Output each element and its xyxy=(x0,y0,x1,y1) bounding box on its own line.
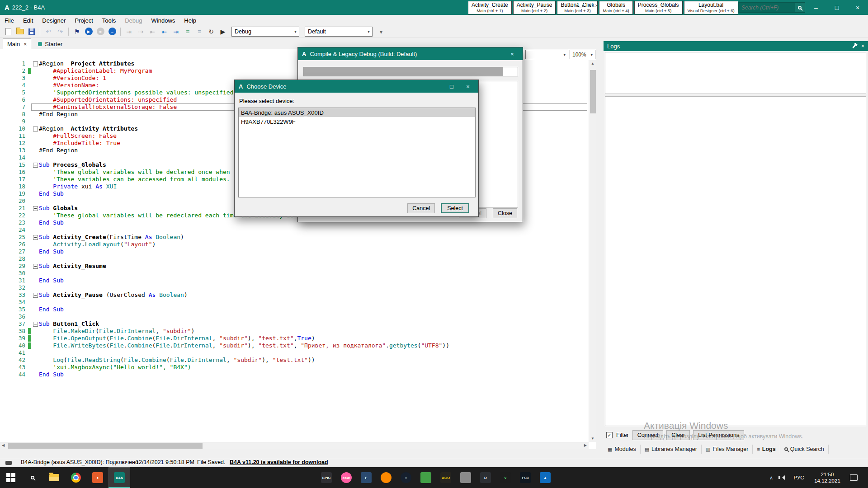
step-into-icon[interactable]: ⇥ xyxy=(123,27,134,37)
compile-run-icon[interactable]: ▶ xyxy=(217,27,228,37)
menu-project[interactable]: Project xyxy=(70,17,97,24)
fold-toggle-icon[interactable] xyxy=(33,206,38,211)
code-line[interactable]: 28 xyxy=(0,255,589,263)
fold-toggle-icon[interactable] xyxy=(33,264,38,269)
panel-tab-libraries-manager[interactable]: ▤Libraries Manager xyxy=(641,445,702,454)
language-indicator[interactable]: РУС xyxy=(790,467,807,488)
outdent-icon[interactable]: ⇤ xyxy=(159,27,170,37)
code-line[interactable]: 44End Sub xyxy=(0,371,589,378)
select-button[interactable]: Select xyxy=(441,203,469,213)
code-line[interactable]: 41 xyxy=(0,349,589,357)
menu-edit[interactable]: Edit xyxy=(19,17,38,24)
quick-access-activity-create[interactable]: Activity_CreateMain (ctrl + 1) xyxy=(468,1,512,14)
code-line[interactable]: 29Sub Activity_Resume xyxy=(0,263,589,270)
code-line[interactable]: 39 File.OpenOutput(File.Combine(File.Dir… xyxy=(0,335,589,342)
code-line[interactable]: 33Sub Activity_Pause (UserClosed As Bool… xyxy=(0,291,589,299)
tab-scroll-left-icon[interactable]: ◂ xyxy=(576,3,578,9)
quick-access-layout-bal[interactable]: Layout.balVisual Designer (ctrl + 6) xyxy=(684,1,738,14)
choose-device-maximize-icon[interactable]: □ xyxy=(445,83,458,90)
code-line[interactable]: 37Sub Button1_Click xyxy=(0,320,589,328)
taskbar-firefox[interactable] xyxy=(376,467,396,488)
vertical-scrollbar[interactable]: ▲ ▼ xyxy=(589,60,596,442)
filter-checkbox[interactable]: ✓ xyxy=(606,432,613,438)
connect-button[interactable]: Connect xyxy=(632,430,664,440)
tab-close-icon[interactable]: × xyxy=(595,3,598,9)
close-button[interactable]: × xyxy=(847,0,868,15)
fold-toggle-icon[interactable] xyxy=(33,163,38,168)
bookmark-icon[interactable]: ⚑ xyxy=(71,27,82,37)
zoom-combo[interactable]: 100% xyxy=(570,50,595,59)
quick-access-process-globals[interactable]: Process_GlobalsMain (ctrl + 5) xyxy=(634,1,683,14)
minimize-button[interactable]: – xyxy=(806,0,826,15)
scroll-right-icon[interactable]: ▶ xyxy=(584,443,587,447)
comment-icon[interactable]: ≡ xyxy=(182,27,193,37)
scroll-left-icon[interactable]: ◀ xyxy=(2,443,5,447)
tab-main[interactable]: Main× xyxy=(3,38,31,49)
step-out-icon[interactable]: ⇤ xyxy=(147,27,158,37)
taskbar-fc3[interactable]: FC3 xyxy=(515,467,535,488)
indent-icon[interactable]: ⇥ xyxy=(170,27,181,37)
scroll-down-icon[interactable]: ▼ xyxy=(589,436,596,441)
redo-icon[interactable]: ↷ xyxy=(55,27,66,37)
taskbar-ago[interactable]: AGO xyxy=(436,467,456,488)
menu-windows[interactable]: Windows xyxy=(147,17,180,24)
menu-designer[interactable]: Designer xyxy=(38,17,70,24)
start-button[interactable] xyxy=(0,467,22,488)
taskbar-media-app[interactable]: ● xyxy=(87,467,108,488)
menu-help[interactable]: Help xyxy=(179,17,201,24)
taskbar-discord[interactable]: D xyxy=(476,467,495,488)
tab-scroll-right-icon[interactable]: ▸ xyxy=(582,3,585,9)
update-download-link[interactable]: B4A v11.20 is available for download xyxy=(230,459,328,465)
code-line[interactable]: 43 'xui.MsgboxAsync("Hello world!", "B4X… xyxy=(0,364,589,371)
new-file-icon[interactable] xyxy=(3,27,14,37)
code-line[interactable]: 34 xyxy=(0,299,589,306)
quick-access-activity-pause[interactable]: Activity_PauseMain (ctrl + 2) xyxy=(513,1,556,14)
taskbar-gray-app[interactable] xyxy=(456,467,476,488)
fold-toggle-icon[interactable] xyxy=(33,293,38,298)
code-line[interactable]: 40 File.WriteBytes(File.Combine(File.Dir… xyxy=(0,342,589,349)
code-line[interactable]: 31End Sub xyxy=(0,277,589,284)
panel-tab-quick-search[interactable]: Quick Search xyxy=(780,445,829,454)
taskbar-osu[interactable]: osu! xyxy=(336,467,356,488)
code-line[interactable]: 26 Activity.LoadLayout("Layout") xyxy=(0,241,589,248)
logs-close-icon[interactable]: × xyxy=(861,43,864,49)
code-line[interactable]: 32 xyxy=(0,284,589,291)
taskbar-blue-app[interactable]: ▲ xyxy=(535,467,555,488)
maximize-button[interactable]: □ xyxy=(826,0,847,15)
log-output-top[interactable] xyxy=(605,52,866,94)
horizontal-scroll-thumb[interactable] xyxy=(8,443,203,449)
open-project-icon[interactable] xyxy=(14,27,25,37)
code-line[interactable]: 38 File.MakeDir(File.DirInternal, "subdi… xyxy=(0,328,589,335)
taskbar-green-app[interactable] xyxy=(416,467,436,488)
device-item[interactable]: H9AXB770L322W9F xyxy=(239,117,475,126)
vertical-scroll-thumb[interactable] xyxy=(590,70,596,113)
volume-icon[interactable] xyxy=(778,475,786,480)
cancel-button[interactable]: Cancel xyxy=(407,203,435,213)
menu-tools[interactable]: Tools xyxy=(98,17,120,24)
close-button[interactable]: Close xyxy=(493,208,517,218)
code-line[interactable]: 25Sub Activity_Create(FirstTime As Boole… xyxy=(0,234,589,241)
taskbar-file-explorer[interactable] xyxy=(43,467,65,488)
taskbar-f-app[interactable]: F xyxy=(356,467,376,488)
build-config-combo[interactable]: Debug xyxy=(231,27,299,37)
code-line[interactable]: 42 Log(File.ReadString(File.Combine(File… xyxy=(0,357,589,364)
taskbar-steam[interactable]: ○ xyxy=(396,467,416,488)
taskbar-v-app[interactable]: V xyxy=(495,467,515,488)
menu-debug[interactable]: Debug xyxy=(120,17,146,24)
taskbar-epic-games[interactable]: EPIC xyxy=(316,467,336,488)
module-nav-combo[interactable] xyxy=(525,50,568,59)
fold-toggle-icon[interactable] xyxy=(33,61,38,66)
tab-close-icon[interactable]: × xyxy=(24,41,27,47)
fold-toggle-icon[interactable] xyxy=(33,235,38,240)
horizontal-scrollbar[interactable]: ◀ ▶ xyxy=(0,442,589,449)
code-line[interactable]: 24 xyxy=(0,226,589,234)
code-line[interactable]: 36 xyxy=(0,313,589,320)
scroll-up-icon[interactable]: ▲ xyxy=(589,61,596,66)
notification-center-icon[interactable] xyxy=(850,474,858,481)
log-output-main[interactable] xyxy=(605,96,866,426)
clear-button[interactable]: Clear xyxy=(666,430,690,440)
resume-icon[interactable]: → xyxy=(107,27,118,37)
tray-expand-icon[interactable]: ∧ xyxy=(766,467,777,488)
code-line[interactable]: 30 xyxy=(0,270,589,277)
undo-icon[interactable]: ↶ xyxy=(43,27,54,37)
